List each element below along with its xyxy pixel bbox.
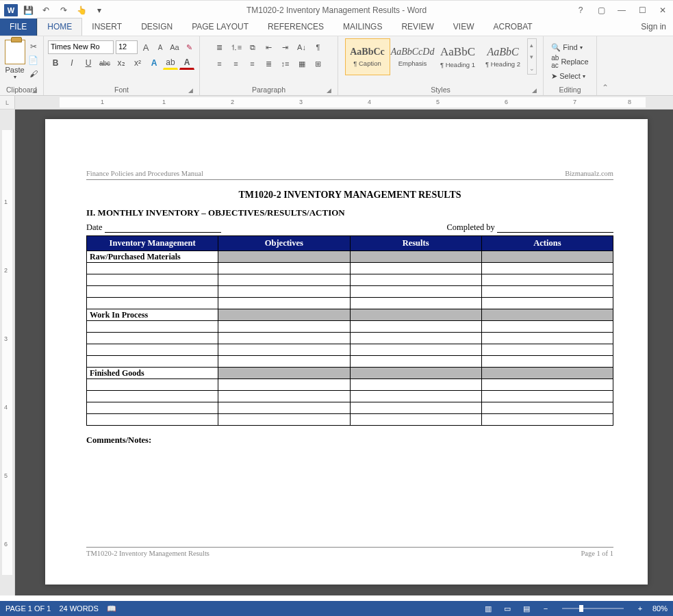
tab-references[interactable]: REFERENCES (258, 18, 333, 36)
web-layout-button[interactable]: ▤ (520, 603, 533, 614)
table-row (87, 286, 613, 298)
tab-review[interactable]: REVIEW (392, 18, 443, 36)
style-preview: AaBbCcDd (391, 47, 435, 57)
text-effects-button[interactable]: A (147, 56, 162, 70)
justify-button[interactable]: ≣ (262, 57, 277, 70)
superscript-button[interactable]: x² (130, 56, 145, 70)
borders-button[interactable]: ⊞ (311, 57, 326, 70)
paste-icon (5, 40, 25, 64)
chevron-up-icon: ⌃ (602, 83, 609, 92)
align-center-button[interactable]: ≡ (229, 57, 244, 70)
paste-button[interactable]: Paste ▾ (5, 38, 25, 80)
align-left-icon: ≡ (217, 60, 221, 68)
zoom-level[interactable]: 80% (652, 604, 668, 613)
underline-button[interactable]: U (81, 56, 96, 70)
highlight-button[interactable]: ab (163, 56, 178, 70)
font-size-combo[interactable]: 12 (116, 40, 138, 54)
date-blank (105, 224, 221, 233)
italic-button[interactable]: I (64, 56, 79, 70)
paragraph-dialog-launcher[interactable]: ◢ (325, 87, 332, 94)
clipboard-dialog-launcher[interactable]: ◢ (31, 87, 38, 94)
zoom-slider[interactable] (562, 608, 624, 609)
undo-button[interactable]: ↶ (38, 3, 53, 18)
zoom-out-button[interactable]: − (539, 603, 553, 614)
touch-mode-button[interactable]: 👆 (74, 3, 89, 18)
line-spacing-button[interactable]: ↕≡ (278, 57, 293, 70)
footer-left: TM1020-2 Inventory Management Results (86, 550, 209, 557)
style-caption[interactable]: AaBbCc ¶ Caption (345, 38, 390, 75)
tab-insert[interactable]: INSERT (82, 18, 131, 36)
document-canvas[interactable]: Finance Policies and Procedures Manual B… (15, 110, 673, 595)
read-mode-button[interactable]: ▥ (481, 603, 495, 614)
sign-in-link[interactable]: Sign in (641, 22, 666, 31)
numbering-button[interactable]: ⒈≡ (229, 40, 244, 54)
status-words[interactable]: 24 WORDS (59, 604, 98, 613)
close-button[interactable]: ✕ (655, 3, 670, 17)
cursor-icon: ➤ (551, 72, 557, 81)
shrink-font-button[interactable]: A (154, 40, 166, 54)
font-family-combo[interactable]: Times New Ro (48, 40, 114, 54)
clear-formatting-button[interactable]: ✎ (183, 40, 195, 54)
help-button[interactable]: ? (573, 3, 588, 17)
vertical-ruler[interactable]: 1 2 3 4 5 6 (0, 110, 15, 595)
status-proof[interactable]: 📖 (107, 604, 116, 613)
status-page[interactable]: PAGE 1 OF 1 (5, 604, 51, 613)
scissors-icon: ✂ (30, 42, 37, 51)
minimize-button[interactable]: — (614, 3, 629, 17)
replace-button[interactable]: abac Replace (551, 55, 588, 68)
scroll-down-icon: ▾ (528, 51, 536, 62)
page[interactable]: Finance Policies and Procedures Manual B… (45, 119, 648, 585)
grow-font-button[interactable]: A (140, 40, 152, 54)
find-button[interactable]: 🔍 Find ▾ (551, 40, 582, 54)
tab-view[interactable]: VIEW (444, 18, 484, 36)
tab-acrobat[interactable]: ACROBAT (483, 18, 542, 36)
style-emphasis[interactable]: AaBbCcDd Emphasis (390, 38, 435, 75)
subscript-button[interactable]: x₂ (114, 56, 129, 70)
font-dialog-launcher[interactable]: ◢ (187, 87, 194, 94)
save-button[interactable]: 💾 (21, 3, 36, 18)
tab-mailings[interactable]: MAILINGS (333, 18, 392, 36)
horizontal-ruler[interactable]: 1 1 2 3 4 5 6 7 8 (15, 96, 673, 109)
bold-button[interactable]: B (48, 56, 63, 70)
change-case-button[interactable]: Aa (168, 40, 181, 54)
redo-button[interactable]: ↷ (56, 3, 71, 18)
style-heading2[interactable]: AaBbC ¶ Heading 2 (481, 38, 526, 75)
multilevel-button[interactable]: ⧉ (245, 40, 260, 54)
borders-icon: ⊞ (315, 60, 321, 68)
style-heading1[interactable]: AaBbC ¶ Heading 1 (435, 38, 481, 75)
align-right-button[interactable]: ≡ (245, 57, 260, 70)
bullets-button[interactable]: ≣ (212, 40, 227, 54)
zoom-in-button[interactable]: + (633, 603, 647, 614)
style-name: ¶ Heading 1 (440, 61, 475, 68)
align-left-button[interactable]: ≡ (212, 57, 227, 70)
page-footer: TM1020-2 Inventory Management Results Pa… (86, 547, 613, 557)
select-button[interactable]: ➤ Select ▾ (551, 69, 585, 83)
print-layout-button[interactable]: ▭ (500, 603, 514, 614)
font-color-button[interactable]: A (179, 56, 194, 70)
tab-home[interactable]: HOME (37, 18, 82, 36)
copy-button[interactable]: 📄 (28, 55, 39, 66)
cut-button[interactable]: ✂ (28, 41, 39, 52)
tab-page-layout[interactable]: PAGE LAYOUT (182, 18, 258, 36)
style-gallery-scroll[interactable]: ▴ ▾ ⌄ (527, 38, 537, 75)
customize-qat-button[interactable]: ▾ (92, 3, 107, 18)
tab-design[interactable]: DESIGN (131, 18, 182, 36)
styles-dialog-launcher[interactable]: ◢ (531, 87, 537, 94)
maximize-button[interactable]: ☐ (635, 3, 650, 17)
ribbon-display-button[interactable]: ▢ (594, 3, 609, 17)
collapse-ribbon-button[interactable]: ⌃ (597, 36, 613, 95)
word-icon[interactable]: W (4, 4, 18, 16)
decrease-indent-button[interactable]: ⇤ (262, 40, 277, 54)
date-label: Date (86, 222, 221, 233)
shading-button[interactable]: ▦ (294, 57, 309, 70)
style-preview: AaBbC (440, 45, 475, 59)
numbering-icon: ⒈≡ (230, 42, 242, 53)
zoom-thumb[interactable] (579, 605, 583, 612)
show-marks-button[interactable]: ¶ (311, 40, 326, 54)
format-painter-button[interactable]: 🖌 (28, 68, 39, 79)
increase-indent-button[interactable]: ⇥ (278, 40, 293, 54)
tab-file[interactable]: FILE (0, 18, 37, 36)
strikethrough-button[interactable]: abc (97, 56, 112, 70)
bullets-icon: ≣ (216, 43, 223, 52)
sort-button[interactable]: A↓ (294, 40, 309, 54)
